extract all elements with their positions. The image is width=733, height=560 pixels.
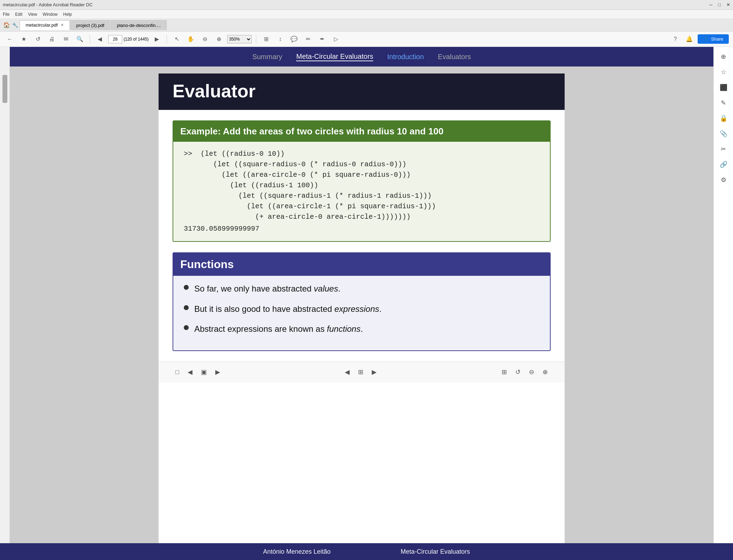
- footer-next-slide-btn[interactable]: ▶: [212, 367, 223, 377]
- zoom-out-btn[interactable]: ⊖: [199, 34, 210, 44]
- email-btn[interactable]: ✉: [60, 34, 71, 44]
- sidebar-icon-lock[interactable]: 🔒: [717, 111, 731, 125]
- sidebar-icon-tool2[interactable]: 🔗: [717, 158, 731, 172]
- comment-btn[interactable]: 💬: [288, 34, 300, 44]
- notifications-btn[interactable]: 🔔: [684, 34, 695, 44]
- footer-nav-last[interactable]: ⊞: [499, 367, 510, 377]
- page-nav: (120 of 1445): [108, 35, 148, 43]
- footer-nav-middle: ◀ ⊞ ▶: [342, 367, 379, 377]
- scroll-btn[interactable]: ↕: [274, 34, 286, 44]
- footer-back-btn[interactable]: ◀: [342, 367, 352, 377]
- back-btn[interactable]: ←: [4, 34, 15, 44]
- close-btn[interactable]: ✕: [726, 2, 730, 7]
- tab-metacircular-close[interactable]: ✕: [61, 23, 64, 27]
- left-sidebar: [0, 47, 10, 560]
- toolbar: ← ★ ↺ 🖨 ✉ 🔍 ◀ (120 of 1445) ▶ ↖ ✋ ⊖ ⊕ 35…: [0, 31, 733, 47]
- sidebar-icon-bookmark[interactable]: ☆: [717, 65, 731, 79]
- sep3: [256, 35, 256, 43]
- footer-square-btn[interactable]: □: [173, 367, 182, 377]
- sidebar-icon-attachment[interactable]: 📎: [717, 127, 731, 141]
- view-pages-btn[interactable]: ⊞: [260, 34, 272, 44]
- draw-btn[interactable]: ✏: [302, 34, 314, 44]
- bullet-2: But it is also good to have abstracted e…: [184, 303, 539, 315]
- sep2: [167, 35, 167, 43]
- slide: Evaluator Example: Add the areas of two …: [159, 74, 565, 553]
- sign-btn[interactable]: ✒: [316, 34, 328, 44]
- bullet-2-italic: expressions: [334, 304, 379, 314]
- sidebar-icon-settings[interactable]: ⚙: [717, 173, 731, 187]
- code-line-6: (let ((area-circle-1 (* pi square-radius…: [184, 201, 539, 212]
- right-sidebar: ⊕ ☆ ⬛ ✎ 🔒 📎 ✂ 🔗 ⚙: [713, 47, 733, 560]
- bottom-title: Meta-Circular Evaluators: [401, 548, 470, 555]
- prev-page-btn[interactable]: ◀: [94, 34, 105, 44]
- footer-zoom-plus[interactable]: ⊕: [540, 367, 551, 377]
- search-btn[interactable]: 🔍: [74, 34, 85, 44]
- zoom-in-btn[interactable]: ⊕: [213, 34, 224, 44]
- footer-prev-slide-btn[interactable]: ◀: [185, 367, 195, 377]
- nav-summary[interactable]: Summary: [252, 53, 282, 61]
- home-icon[interactable]: 🏠: [3, 22, 10, 28]
- bullet-dot-1: [184, 285, 189, 290]
- nav-introduction[interactable]: Introduction: [387, 53, 424, 61]
- title-text: metacircular.pdf - Adobe Acrobat Reader …: [3, 2, 93, 7]
- page-info: (120 of 1445): [124, 37, 148, 42]
- tools-icon[interactable]: 🔧: [12, 22, 18, 28]
- footer-zoom-reset[interactable]: ↺: [512, 367, 523, 377]
- slide-title: Evaluator: [173, 80, 554, 102]
- sidebar-icon-expand[interactable]: ⊕: [717, 50, 731, 64]
- nav-metacircular[interactable]: Meta-Circular Evaluators: [296, 52, 373, 61]
- footer-nav-left: □ ◀ ▣ ▶: [173, 367, 223, 377]
- menu-help[interactable]: Help: [63, 12, 72, 17]
- slide-footer: □ ◀ ▣ ▶ ◀ ⊞ ▶ ⊞ ↺ ⊖ ⊕: [159, 362, 565, 383]
- page-input[interactable]: [108, 35, 122, 43]
- nav-evaluators[interactable]: Evaluators: [438, 53, 471, 61]
- sidebar-icon-pages[interactable]: ⬛: [717, 80, 731, 94]
- bottom-bar: António Menezes Leitão Meta-Circular Eva…: [0, 543, 733, 560]
- tab-project[interactable]: project (3).pdf: [70, 20, 110, 30]
- tab-plano[interactable]: plano-de-desconfin....: [111, 20, 167, 30]
- bullet-1: So far, we only have abstracted values.: [184, 283, 539, 295]
- bullet-dot-3: [184, 325, 189, 330]
- next-page-btn[interactable]: ▶: [151, 34, 162, 44]
- functions-header: Functions: [173, 253, 550, 276]
- minimize-btn[interactable]: ─: [709, 2, 712, 7]
- code-line-4: (let ((radius-1 100)): [184, 180, 539, 191]
- footer-zoom-minus[interactable]: ⊖: [526, 367, 537, 377]
- footer-steps-btn[interactable]: ⊞: [355, 367, 366, 377]
- menu-file[interactable]: File: [3, 12, 9, 17]
- tab-plano-label: plano-de-desconfin....: [117, 23, 161, 28]
- print-btn[interactable]: 🖨: [46, 34, 57, 44]
- bullet-3-italic: functions: [327, 324, 361, 334]
- share-label: Share: [711, 36, 723, 42]
- cursor-tool[interactable]: ↖: [171, 34, 182, 44]
- zoom-select[interactable]: 350% 100% 150% 200%: [227, 35, 252, 43]
- code-line-3: (let ((area-circle-0 (* pi square-radius…: [184, 170, 539, 180]
- bullet-dot-2: [184, 305, 189, 310]
- sidebar-icon-scissors[interactable]: ✂: [717, 142, 731, 156]
- tab-metacircular-label: metacircular.pdf: [26, 22, 58, 28]
- share-button[interactable]: 👤 Share: [698, 34, 729, 44]
- forward-btn[interactable]: ★: [18, 34, 29, 44]
- maximize-btn[interactable]: □: [718, 2, 721, 7]
- sidebar-icon-comment[interactable]: ✎: [717, 96, 731, 110]
- refresh-btn[interactable]: ↺: [32, 34, 43, 44]
- functions-title: Functions: [180, 258, 543, 271]
- code-example-header: Example: Add the areas of two circles wi…: [173, 121, 550, 142]
- menu-window[interactable]: Window: [43, 12, 58, 17]
- toolbar-right: ? 🔔 👤 Share: [670, 34, 729, 44]
- pdf-area: Summary Meta-Circular Evaluators Introdu…: [10, 47, 713, 560]
- menu-edit[interactable]: Edit: [15, 12, 22, 17]
- title-bar: metacircular.pdf - Adobe Acrobat Reader …: [0, 0, 733, 10]
- footer-pages-btn[interactable]: ▣: [198, 367, 210, 377]
- slide-area: Evaluator Example: Add the areas of two …: [10, 66, 713, 560]
- tab-metacircular[interactable]: metacircular.pdf ✕: [20, 20, 70, 30]
- footer-nav-right: ⊞ ↺ ⊖ ⊕: [499, 367, 551, 377]
- scroll-thumb[interactable]: [2, 75, 7, 103]
- more-btn[interactable]: ▷: [330, 34, 342, 44]
- hand-tool[interactable]: ✋: [185, 34, 196, 44]
- main-content: Summary Meta-Circular Evaluators Introdu…: [0, 47, 733, 560]
- share-icon: 👤: [703, 36, 709, 42]
- footer-fwd-btn[interactable]: ▶: [369, 367, 379, 377]
- help-btn[interactable]: ?: [670, 34, 681, 44]
- menu-view[interactable]: View: [28, 12, 37, 17]
